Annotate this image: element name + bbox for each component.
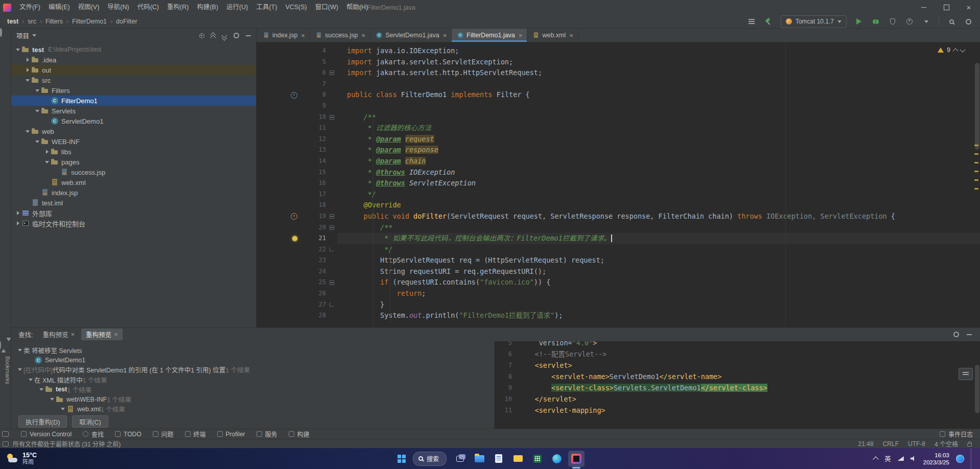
taskbar-search-box[interactable]: 搜索 <box>413 452 447 466</box>
volume-icon[interactable] <box>911 456 917 462</box>
project-tree-item[interactable]: src <box>11 75 256 85</box>
usage-tree-item[interactable]: test 1 个结果 <box>11 385 494 394</box>
refactoring-preview-tab[interactable]: 重构预览× <box>38 329 79 340</box>
chevron-collapsed-icon[interactable] <box>17 211 19 215</box>
chevron-expanded-icon[interactable] <box>45 161 49 163</box>
indent-widget[interactable]: 4 个空格 <box>935 439 958 448</box>
project-tree-item[interactable]: 临时文件和控制台 <box>11 218 256 228</box>
code-line[interactable]: 26 return; <box>256 288 980 299</box>
hidden-icons-chevron[interactable] <box>873 456 879 462</box>
breadcrumb-item[interactable]: Filters <box>45 18 63 25</box>
project-tree-item[interactable]: WEB-INF <box>11 136 256 147</box>
preview-line[interactable]: 8 <servlet-name>ServletDemo1</servlet-na… <box>495 371 980 382</box>
menu-item[interactable]: 窗口(W) <box>311 0 342 15</box>
show-desktop-button[interactable] <box>971 448 973 469</box>
code-line[interactable]: 13 * @param response <box>256 145 980 156</box>
do-refactor-button[interactable]: 执行重构(D) <box>18 415 67 428</box>
breadcrumb-item[interactable]: src <box>28 18 36 25</box>
project-tree-item[interactable]: libs <box>11 147 256 157</box>
run-button[interactable] <box>854 17 864 26</box>
settings-button[interactable] <box>964 17 973 26</box>
usage-tree-item[interactable]: 在 XML 描述符中 1 个结果 <box>11 375 494 385</box>
refactoring-preview-editor[interactable]: 5 version="4.0">6 <!--配置Servlet-->7 <ser… <box>494 341 980 429</box>
project-panel-title[interactable]: 项目 <box>16 31 29 40</box>
chevron-expanded-icon[interactable] <box>61 408 65 410</box>
project-tree-item[interactable]: test.iml <box>11 198 256 208</box>
collapse-all-icon[interactable] <box>222 33 227 38</box>
code-line[interactable]: 18 @Override <box>256 200 980 211</box>
chevron-collapsed-icon[interactable] <box>27 68 29 72</box>
toolwindow-button-problems[interactable]: 问题 <box>153 430 174 438</box>
task-view-taskbar-button[interactable] <box>452 451 468 467</box>
menu-item[interactable]: 帮助(H) <box>342 0 372 15</box>
chevron-expanded-icon[interactable] <box>18 368 22 371</box>
code-line[interactable]: 27 } <box>256 299 980 311</box>
project-tree-item[interactable]: FilterDemo1 <box>11 96 256 106</box>
warning-stripe-mark[interactable] <box>974 162 978 163</box>
cancel-button[interactable]: 取消(C) <box>72 415 108 428</box>
windows-start-button[interactable] <box>398 455 406 463</box>
chevron-expanded-icon[interactable] <box>39 388 43 391</box>
project-tree-item[interactable]: .idea <box>11 55 256 65</box>
menu-item[interactable]: 编辑(E) <box>44 0 74 15</box>
breadcrumb-item[interactable]: FilterDemo1 <box>72 18 107 25</box>
chevron-expanded-icon[interactable] <box>29 379 33 381</box>
chevron-expanded-icon[interactable] <box>35 89 39 92</box>
code-line[interactable]: 4import java.io.IOException; <box>256 45 980 57</box>
code-line[interactable]: 14 * @param chain <box>256 156 980 167</box>
profiler-button[interactable] <box>905 17 914 26</box>
ime-indicator[interactable]: 英 <box>884 454 891 463</box>
chevron-collapsed-icon[interactable] <box>27 58 29 62</box>
chevron-expanded-icon[interactable] <box>26 130 30 133</box>
inspections-widget[interactable]: 9 <box>938 46 965 54</box>
fold-collapse-icon[interactable] <box>330 225 334 230</box>
breadcrumb-item[interactable]: doFilter <box>116 18 137 25</box>
hide-panel-icon[interactable] <box>967 334 972 335</box>
fold-collapse-icon[interactable] <box>330 214 334 219</box>
code-editor[interactable]: 4import java.io.IOException;5import jaka… <box>256 42 980 327</box>
intellij-taskbar-button[interactable] <box>568 451 585 467</box>
code-line[interactable]: 5import jakarta.servlet.ServletException… <box>256 57 980 68</box>
preview-line[interactable]: 5 version="4.0"> <box>495 341 980 348</box>
chevron-expanded-icon[interactable] <box>18 349 22 351</box>
usage-tree-item[interactable]: web\WEB-INF 1 个结果 <box>11 394 494 404</box>
toolwindow-button-services[interactable]: 服务 <box>256 430 277 438</box>
fold-collapse-icon[interactable] <box>330 71 334 75</box>
locate-file-icon[interactable] <box>199 33 204 38</box>
updates-button[interactable] <box>747 17 756 26</box>
menu-item[interactable]: VCS(S) <box>281 0 311 15</box>
clock-widget[interactable]: 16:03 2023/3/25 <box>923 452 949 466</box>
tab-close-icon[interactable]: × <box>569 32 573 39</box>
caret-position-widget[interactable]: 21:48 <box>858 440 874 448</box>
more-run-actions-button[interactable] <box>922 17 931 26</box>
minimize-button[interactable] <box>913 0 935 15</box>
search-everywhere-button[interactable] <box>947 17 956 26</box>
app-2-taskbar-button[interactable] <box>510 451 526 467</box>
menu-item[interactable]: 文件(F) <box>15 0 44 15</box>
code-line[interactable]: 28 System.out.println("FilterDemo1拦截到了请求… <box>256 310 980 321</box>
toolwindow-button-terminal[interactable]: 终端 <box>185 430 206 438</box>
toolwindow-button-version-control[interactable]: Version Control <box>21 431 72 438</box>
code-line[interactable]: 6import jakarta.servlet.http.HttpServlet… <box>256 67 980 79</box>
breadcrumb-item[interactable]: test <box>7 18 18 25</box>
menu-item[interactable]: 导航(N) <box>103 0 133 15</box>
close-button[interactable]: × <box>958 0 980 15</box>
tab-close-icon[interactable]: × <box>443 32 447 39</box>
code-line[interactable]: 7 <box>256 79 980 90</box>
code-line[interactable]: 8public class FilterDemo1 implements Fil… <box>256 89 980 101</box>
warning-stripe-mark[interactable] <box>974 188 978 190</box>
editor-tab[interactable]: success.jsp× <box>310 29 370 42</box>
bookmarks-stripe-button[interactable]: Bookmarks <box>0 356 11 384</box>
project-tree-item[interactable]: out <box>11 65 256 75</box>
preview-line[interactable]: 9 <servlet-class>Servlets.ServletDemo1</… <box>495 382 980 393</box>
menu-item[interactable]: 构建(B) <box>193 0 222 15</box>
tab-close-icon[interactable]: × <box>114 331 118 338</box>
code-line[interactable]: 19 public void doFilter(ServletRequest r… <box>256 211 980 222</box>
app-1-taskbar-button[interactable] <box>491 451 507 467</box>
event-log-button[interactable]: 事件日志 <box>940 430 973 438</box>
menu-item[interactable]: 工具(T) <box>252 0 281 15</box>
editor-tab[interactable]: index.jsp× <box>258 29 310 42</box>
chevron-expanded-icon[interactable] <box>16 49 20 51</box>
build-button[interactable] <box>764 17 773 26</box>
code-line[interactable]: 15 * @throws IOException <box>256 167 980 178</box>
